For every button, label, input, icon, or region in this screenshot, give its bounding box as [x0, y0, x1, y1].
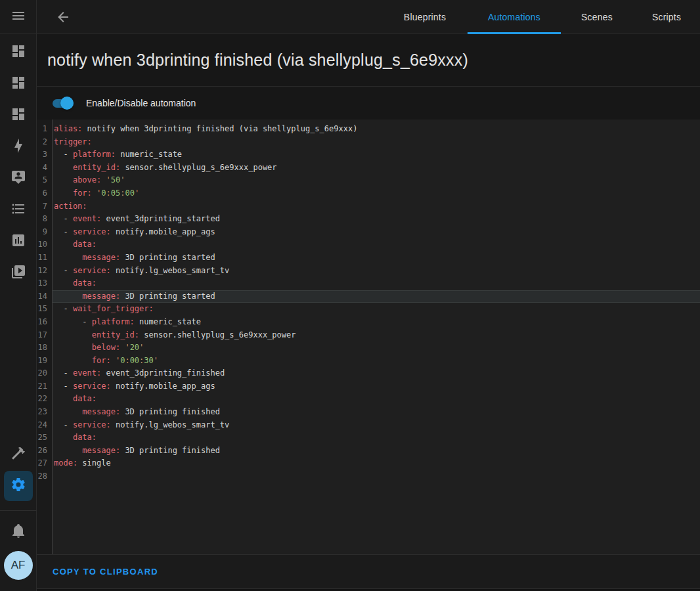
code-token: [54, 240, 73, 249]
code-token: -: [54, 227, 73, 236]
user-avatar[interactable]: AF: [4, 551, 33, 580]
sidebar-item-media-browser[interactable]: [0, 257, 37, 289]
code-line[interactable]: data:: [53, 431, 700, 445]
back-button[interactable]: [55, 9, 71, 25]
code-token: for:: [73, 188, 92, 198]
code-line[interactable]: for: '0:05:00': [53, 187, 700, 200]
code-line[interactable]: - wait_for_trigger:: [53, 303, 700, 316]
code-token: data:: [73, 433, 97, 442]
code-line[interactable]: - service: notify.mobile_app_ags: [53, 380, 700, 393]
sidebar-item-settings[interactable]: [0, 470, 37, 502]
tab-blueprints[interactable]: Blueprints: [382, 0, 468, 34]
editor-code[interactable]: alias: notify when 3dprinting finished (…: [53, 120, 700, 554]
code-line[interactable]: action:: [53, 200, 700, 213]
code-token: sensor.shellyplug_s_6e9xxx_power: [120, 163, 276, 172]
sidebar-item-history[interactable]: [0, 226, 37, 257]
code-line[interactable]: message: 3D printing finished: [53, 445, 700, 458]
code-token: [92, 188, 97, 198]
code-line[interactable]: data:: [53, 393, 700, 406]
code-token: above:: [73, 175, 101, 185]
code-line[interactable]: - event: event_3dprinting_started: [53, 213, 700, 226]
code-token: [54, 175, 73, 185]
toggle-label: Enable/Disable automation: [86, 98, 196, 108]
copy-to-clipboard-button[interactable]: COPY TO CLIPBOARD: [53, 567, 158, 577]
sidebar-menu-button[interactable]: [0, 0, 37, 34]
code-token: [54, 433, 73, 442]
sidebar-item-dashboard-1[interactable]: [0, 37, 37, 68]
line-number: 18: [37, 341, 52, 355]
code-line[interactable]: [53, 470, 700, 483]
code-token: -: [54, 317, 92, 326]
tab-scenes[interactable]: Scenes: [561, 0, 633, 34]
code-token: -: [54, 368, 73, 378]
line-number: 11: [37, 252, 52, 265]
code-token: 3D printing started: [120, 292, 215, 301]
code-token: 3D printing finished: [120, 407, 220, 416]
code-token: [54, 163, 73, 172]
code-token: notify.lg_webos_smart_tv: [111, 420, 230, 429]
tab-scripts[interactable]: Scripts: [633, 0, 700, 34]
code-line[interactable]: - service: notify.mobile_app_ags: [53, 226, 700, 239]
line-number: 13: [37, 277, 52, 290]
line-number: 24: [37, 419, 52, 432]
code-line[interactable]: message: 3D printing finished: [53, 406, 700, 419]
code-line[interactable]: - platform: numeric_state: [53, 316, 700, 329]
gear-icon: [11, 477, 26, 495]
sidebar-item-dashboard-2[interactable]: [0, 68, 37, 100]
sidebar-divider: [0, 510, 37, 511]
code-token: 30: [144, 356, 153, 365]
code-token: -: [54, 382, 73, 391]
sidebar-item-dashboard-3[interactable]: [0, 100, 37, 131]
code-line[interactable]: data:: [53, 277, 700, 290]
sidebar-item-developer-tools[interactable]: [0, 439, 37, 470]
code-token: 20: [130, 343, 139, 352]
yaml-editor[interactable]: 1234567891011121314151617181920212223242…: [37, 120, 700, 555]
code-line[interactable]: alias: notify when 3dprinting finished (…: [53, 123, 700, 136]
code-token: [54, 188, 73, 198]
code-token: notify.mobile_app_ags: [111, 227, 215, 236]
code-token: 50: [111, 175, 120, 185]
tab-automations[interactable]: Automations: [468, 0, 561, 34]
code-token: numeric_state: [135, 317, 201, 326]
code-token: -: [54, 420, 73, 429]
code-line[interactable]: - service: notify.lg_webos_smart_tv: [53, 419, 700, 432]
code-token: wait_for_trigger:: [73, 304, 154, 313]
code-line[interactable]: mode: single: [53, 457, 700, 470]
code-token: action:: [54, 202, 87, 211]
code-line[interactable]: below: '20': [53, 341, 700, 355]
code-token: platform:: [73, 150, 116, 159]
code-token: 3D printing started: [120, 253, 215, 262]
code-line[interactable]: entity_id: sensor.shellyplug_s_6e9xxx_po…: [53, 162, 700, 175]
code-token: notify.mobile_app_ags: [111, 382, 215, 391]
code-line[interactable]: - service: notify.lg_webos_smart_tv: [53, 265, 700, 278]
code-line[interactable]: message: 3D printing started: [53, 252, 700, 265]
notifications-button[interactable]: [0, 516, 37, 548]
sidebar-item-map[interactable]: [0, 163, 37, 194]
line-number: 10: [37, 238, 52, 252]
code-line[interactable]: above: '50': [53, 174, 700, 187]
code-line[interactable]: - event: event_3dprinting_finished: [53, 367, 700, 380]
code-line[interactable]: trigger:: [53, 136, 700, 149]
code-token: [54, 292, 82, 301]
code-token: ': [139, 343, 144, 352]
line-number: 6: [37, 187, 52, 200]
line-number: 22: [37, 393, 52, 406]
code-line[interactable]: for: '0:00:30': [53, 355, 700, 368]
top-bar: Blueprints Automations Scenes Scripts: [37, 0, 700, 34]
code-token: [54, 278, 73, 288]
line-number: 5: [37, 174, 52, 187]
code-token: 3D printing finished: [120, 446, 220, 455]
code-line[interactable]: message: 3D printing started: [53, 290, 700, 303]
settings-active-highlight: [4, 471, 33, 501]
code-token: [111, 356, 116, 365]
code-line[interactable]: entity_id: sensor.shellyplug_s_6e9xxx_po…: [53, 329, 700, 342]
sidebar-nav: [0, 37, 37, 289]
enable-disable-toggle[interactable]: [51, 97, 74, 110]
code-token: ': [120, 175, 125, 185]
sidebar-item-todo-list[interactable]: [0, 194, 37, 226]
code-token: [54, 356, 92, 365]
sidebar-item-energy[interactable]: [0, 131, 37, 163]
code-line[interactable]: data:: [53, 238, 700, 252]
code-token: [101, 175, 106, 185]
code-line[interactable]: - platform: numeric_state: [53, 148, 700, 162]
